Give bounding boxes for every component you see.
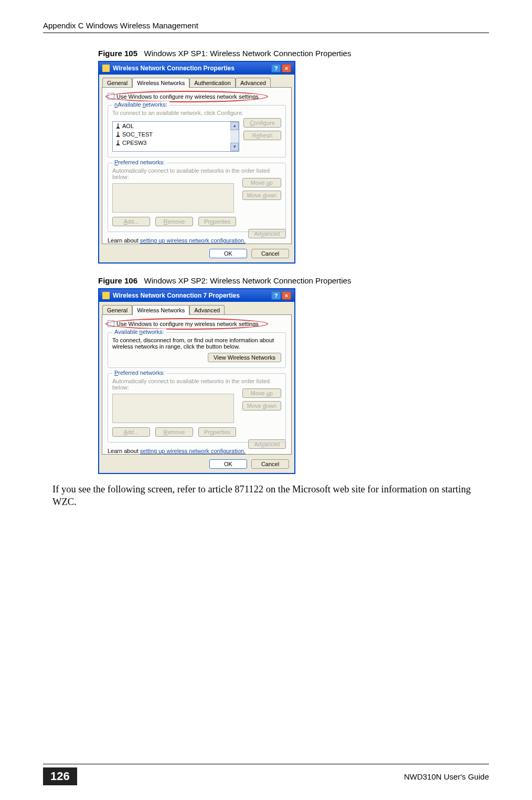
- preferred-networks-group: Preferred networks:Preferred networks: A…: [108, 373, 286, 443]
- preferred-list[interactable]: [112, 183, 234, 213]
- remove-button[interactable]: RemoveRemove: [155, 217, 193, 226]
- configure-button[interactable]: ConfigureConfigure: [243, 118, 281, 128]
- preferred-label: Preferred networks:Preferred networks:: [112, 370, 167, 376]
- ok-button[interactable]: OK: [209, 459, 247, 469]
- help-icon[interactable]: ?: [271, 291, 281, 300]
- list-item: AOL: [113, 122, 239, 130]
- refresh-button[interactable]: RefreshRefresh: [243, 131, 281, 140]
- scrollbar[interactable]: ▴▾: [230, 122, 239, 151]
- use-windows-checkbox[interactable]: [108, 93, 114, 100]
- tab-panel: Use Windows to configure my wireless net…: [102, 87, 292, 244]
- app-icon: [102, 292, 110, 299]
- tab-wireless-networks[interactable]: Wireless Networks: [132, 305, 189, 315]
- tab-row: General Wireless Networks Advanced: [99, 302, 294, 315]
- use-windows-checkbox[interactable]: [108, 320, 114, 327]
- tab-advanced[interactable]: Advanced: [236, 78, 271, 88]
- tab-general[interactable]: General: [102, 78, 132, 88]
- tab-general[interactable]: General: [102, 305, 132, 315]
- properties-button[interactable]: PropertiesProperties: [198, 217, 236, 226]
- fig-txt: Windows XP SP2: Wireless Network Connect…: [144, 276, 352, 285]
- add-button[interactable]: Add...Add...: [112, 217, 150, 226]
- move-down-button[interactable]: Move downMove down: [242, 191, 281, 200]
- antenna-icon: [116, 132, 120, 137]
- cancel-button[interactable]: Cancel: [251, 459, 289, 469]
- move-up-button[interactable]: Move upMove up: [242, 388, 281, 398]
- available-label: Available networks:Available networks:: [112, 329, 166, 335]
- page-footer: 126 NWD310N User's Guide: [43, 764, 489, 785]
- list-item: CPESW3: [113, 139, 239, 147]
- scroll-up-icon[interactable]: ▴: [230, 122, 239, 130]
- list-item: SOC_TEST: [113, 130, 239, 139]
- remove-button[interactable]: RemoveRemove: [155, 427, 193, 437]
- window-title: Wireless Network Connection 7 Properties: [113, 292, 240, 299]
- add-button[interactable]: Add...Add...: [112, 427, 150, 437]
- preferred-networks-group: Preferred networks:Preferred networks: A…: [108, 163, 286, 232]
- tab-wireless-networks[interactable]: Wireless Networks: [132, 78, 189, 88]
- page-number: 126: [43, 767, 77, 785]
- window-title: Wireless Network Connection Properties: [113, 65, 235, 72]
- tab-row: General Wireless Networks Authentication…: [99, 75, 294, 88]
- available-hint: To connect, disconnect from, or find out…: [112, 337, 281, 350]
- antenna-icon: [116, 123, 120, 129]
- ok-button[interactable]: OK: [209, 249, 247, 258]
- titlebar: Wireless Network Connection Properties ?…: [99, 62, 294, 75]
- guide-title: NWD310N User's Guide: [404, 772, 489, 781]
- tab-advanced[interactable]: Advanced: [189, 305, 225, 315]
- properties-button[interactable]: PropertiesProperties: [198, 427, 236, 437]
- available-label: nAvailable networks:Available networks:: [112, 101, 169, 108]
- available-networks-group: nAvailable networks:Available networks: …: [108, 105, 286, 157]
- preferred-list[interactable]: [112, 394, 234, 423]
- use-windows-label: Use Windows to configure my wireless net…: [116, 93, 259, 100]
- tab-panel: Use Windows to configure my wireless net…: [102, 314, 292, 455]
- view-networks-button[interactable]: View Wireless Networks: [208, 353, 281, 362]
- fig-num: Figure 106: [98, 276, 137, 285]
- antenna-icon: [116, 140, 120, 145]
- move-down-button[interactable]: Move downMove down: [242, 401, 281, 410]
- tab-authentication[interactable]: Authentication: [189, 78, 236, 88]
- figure-106-caption: Figure 106 Windows XP SP2: Wireless Netw…: [98, 276, 489, 285]
- move-up-button[interactable]: Move upMove up: [242, 178, 281, 187]
- learn-link[interactable]: setting up wireless network configuratio…: [140, 237, 246, 244]
- app-icon: [102, 65, 110, 72]
- close-icon[interactable]: ×: [282, 291, 291, 300]
- available-hint: To connect to an available network, clic…: [112, 110, 281, 116]
- cancel-button[interactable]: Cancel: [251, 249, 289, 258]
- close-icon[interactable]: ×: [282, 64, 291, 72]
- figure-105-caption: Figure 105 Windows XP SP1: Wireless Netw…: [98, 49, 489, 58]
- network-list[interactable]: AOL SOC_TEST CPESW3 ▴▾: [112, 121, 239, 152]
- titlebar: Wireless Network Connection 7 Properties…: [99, 289, 294, 302]
- learn-link[interactable]: setting up wireless network configuratio…: [140, 448, 246, 454]
- help-icon[interactable]: ?: [271, 64, 281, 72]
- fig-num: Figure 105: [98, 49, 137, 58]
- scroll-down-icon[interactable]: ▾: [230, 143, 239, 151]
- preferred-label: Preferred networks:Preferred networks:: [112, 159, 167, 165]
- body-paragraph: If you see the following screen, refer t…: [52, 483, 489, 508]
- dialog-sp1: Wireless Network Connection Properties ?…: [98, 61, 295, 264]
- fig-txt: Windows XP SP1: Wireless Network Connect…: [144, 49, 352, 58]
- running-header: Appendix C Windows Wireless Management: [43, 21, 198, 30]
- dialog-sp2: Wireless Network Connection 7 Properties…: [98, 288, 295, 474]
- available-networks-group: Available networks:Available networks: T…: [108, 332, 286, 368]
- use-windows-label: Use Windows to configure my wireless net…: [116, 321, 259, 327]
